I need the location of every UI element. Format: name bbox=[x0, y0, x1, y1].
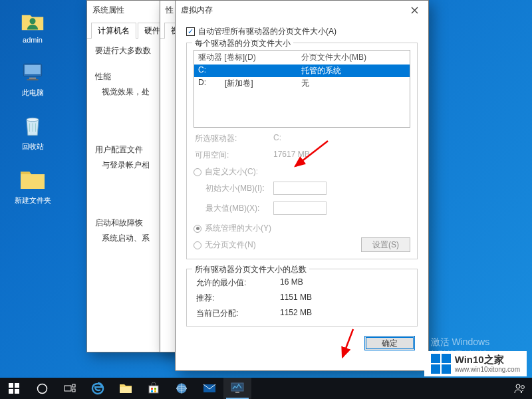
start-button[interactable] bbox=[0, 378, 28, 399]
svg-rect-16 bbox=[120, 387, 132, 393]
desktop-icon-new-folder[interactable]: 新建文件夹 bbox=[9, 166, 56, 205]
globe-icon bbox=[176, 382, 188, 394]
cortana-button[interactable] bbox=[28, 378, 56, 399]
taskbar-mail[interactable] bbox=[196, 378, 223, 399]
rec-row: 推荐: 1151 MB bbox=[194, 293, 410, 304]
value: 1152 MB bbox=[280, 308, 312, 319]
taskbar-edge[interactable] bbox=[84, 378, 112, 399]
value: 16 MB bbox=[280, 277, 303, 289]
svg-rect-9 bbox=[15, 383, 19, 388]
drive-list-header: 驱动器 [卷标](D) 分页文件大小(MB) bbox=[194, 51, 410, 65]
value: C: bbox=[273, 133, 281, 144]
perf-desc: 视觉效果，处 bbox=[95, 86, 164, 98]
desktop-icon-this-pc[interactable]: 此电脑 bbox=[9, 59, 56, 98]
dialog-body: ✓ 自动管理所有驱动器的分页文件大小(A) 每个驱动器的分页文件大小 驱动器 [… bbox=[176, 19, 428, 358]
custom-size-radio[interactable] bbox=[194, 168, 201, 176]
svg-rect-3 bbox=[29, 78, 36, 80]
titlebar[interactable]: 虚拟内存 bbox=[176, 1, 428, 19]
desktop-icon-recycle-bin[interactable]: 回收站 bbox=[9, 112, 56, 152]
icon-label: 回收站 bbox=[9, 142, 56, 152]
free-space-row: 可用空间: 17617 MB bbox=[194, 150, 410, 161]
people-icon bbox=[514, 383, 526, 394]
taskbar-people[interactable] bbox=[508, 378, 532, 399]
dialog-title: 虚拟内存 bbox=[181, 5, 213, 16]
window-title: 性 bbox=[166, 5, 174, 16]
svg-rect-18 bbox=[151, 388, 153, 390]
close-button[interactable] bbox=[400, 1, 428, 19]
svg-rect-11 bbox=[15, 389, 19, 394]
ok-button[interactable]: 确定 bbox=[364, 336, 415, 350]
boot-section-title: 启动和故障恢 bbox=[95, 217, 164, 229]
no-paging-radio[interactable] bbox=[194, 241, 201, 249]
label: 初始大小(MB)(I): bbox=[194, 183, 273, 194]
per-drive-group: 每个驱动器的分页文件大小 驱动器 [卷标](D) 分页文件大小(MB) C: 托… bbox=[186, 43, 418, 259]
desktop-area: admin 此电脑 回收站 新建文件夹 bbox=[9, 7, 56, 220]
auto-manage-row: ✓ 自动管理所有驱动器的分页文件大小(A) bbox=[186, 26, 418, 37]
initial-size-row: 初始大小(MB)(I): bbox=[194, 182, 410, 195]
boot-desc: 系统启动、系 bbox=[95, 233, 164, 244]
max-size-row: 最大值(MB)(X): bbox=[194, 201, 410, 215]
icon-label: 此电脑 bbox=[9, 88, 56, 98]
set-button[interactable]: 设置(S) bbox=[361, 237, 410, 252]
selected-drive-row: 所选驱动器: C: bbox=[194, 133, 410, 144]
custom-size-radio-row: 自定义大小(C): bbox=[194, 166, 410, 178]
svg-point-28 bbox=[521, 386, 525, 389]
totals-group: 所有驱动器分页文件大小的总数 允许的最小值: 16 MB 推荐: 1151 MB… bbox=[186, 269, 418, 327]
task-view-button[interactable] bbox=[56, 378, 84, 399]
task-view-icon bbox=[64, 384, 76, 393]
monitor-icon bbox=[231, 382, 244, 394]
svg-rect-21 bbox=[154, 390, 156, 392]
svg-rect-8 bbox=[9, 383, 13, 388]
svg-rect-15 bbox=[72, 389, 75, 392]
pc-icon bbox=[19, 59, 46, 85]
user-folder-icon bbox=[19, 7, 46, 33]
label: 推荐: bbox=[194, 293, 280, 304]
drive-row-c[interactable]: C: 托管的系统 bbox=[194, 65, 410, 77]
radio-label: 自定义大小(C): bbox=[205, 166, 258, 178]
drive-label: [新加卷] bbox=[225, 78, 301, 89]
label: 允许的最小值: bbox=[194, 277, 280, 289]
max-size-input[interactable] bbox=[273, 201, 327, 215]
site-logo: Win10之家 www.win10xitong.com bbox=[424, 351, 527, 376]
svg-rect-14 bbox=[72, 384, 75, 387]
recycle-bin-icon bbox=[19, 112, 46, 139]
folder-icon bbox=[19, 166, 46, 193]
window-title: 系统属性 bbox=[92, 5, 124, 16]
initial-size-input[interactable] bbox=[273, 182, 327, 195]
intro-text: 要进行大多数数 bbox=[95, 45, 164, 57]
value: 1151 MB bbox=[280, 293, 312, 304]
svg-rect-13 bbox=[65, 386, 71, 391]
drive-row-d[interactable]: D: [新加卷] 无 bbox=[194, 77, 410, 90]
taskbar-store[interactable] bbox=[140, 378, 168, 399]
svg-point-5 bbox=[27, 118, 39, 121]
system-managed-radio[interactable] bbox=[194, 225, 201, 233]
drive-list[interactable]: 驱动器 [卷标](D) 分页文件大小(MB) C: 托管的系统 D: [新加卷]… bbox=[194, 50, 410, 128]
desktop-icon-admin[interactable]: admin bbox=[9, 7, 56, 44]
taskbar bbox=[0, 378, 532, 399]
group-title: 每个驱动器的分页文件大小 bbox=[192, 38, 293, 49]
logo-url: www.win10xitong.com bbox=[455, 366, 520, 373]
auto-manage-checkbox[interactable]: ✓ bbox=[186, 27, 195, 36]
taskbar-browser[interactable] bbox=[168, 378, 196, 399]
windows-logo-icon bbox=[431, 354, 451, 374]
dialog-button-row: 确定 取消 bbox=[186, 336, 418, 350]
svg-rect-2 bbox=[25, 65, 41, 74]
drive-size: 无 bbox=[301, 78, 309, 89]
tab-computer-name[interactable]: 计算机名 bbox=[91, 23, 136, 39]
taskbar-system-properties[interactable] bbox=[223, 378, 251, 399]
cur-row: 当前已分配: 1152 MB bbox=[194, 308, 410, 319]
circle-icon bbox=[37, 383, 48, 394]
drive-label bbox=[225, 65, 301, 76]
label: 最大值(MB)(X): bbox=[194, 203, 273, 214]
windows-icon bbox=[9, 383, 19, 394]
close-icon bbox=[411, 7, 418, 14]
perf-section-title: 性能 bbox=[95, 71, 164, 82]
col-drive: 驱动器 [卷标](D) bbox=[198, 52, 301, 63]
svg-rect-17 bbox=[149, 386, 158, 393]
taskbar-file-explorer[interactable] bbox=[112, 378, 140, 399]
virtual-memory-dialog: 虚拟内存 ✓ 自动管理所有驱动器的分页文件大小(A) 每个驱动器的分页文件大小 … bbox=[175, 0, 429, 371]
label: 可用空间: bbox=[194, 150, 273, 161]
mail-icon bbox=[203, 384, 216, 393]
user-desc: 与登录帐户相 bbox=[95, 160, 164, 171]
label: 所选驱动器: bbox=[194, 133, 273, 144]
